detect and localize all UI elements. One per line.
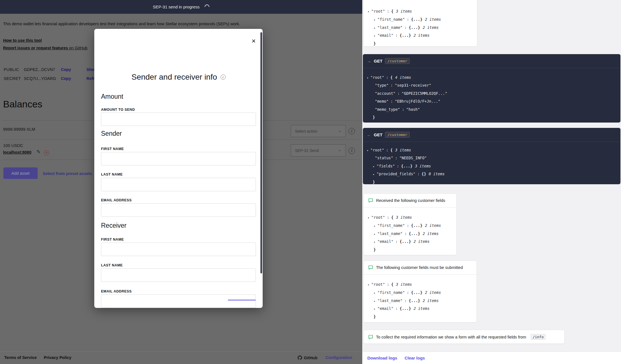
tree-caret-icon[interactable]: ▸ (374, 307, 375, 310)
tree-caret-icon[interactable]: ▸ (374, 18, 375, 21)
log-card-json-partial: ▾"root":{3 items ▸"first_name":{...}2 it… (363, 0, 477, 47)
clear-logs-link[interactable]: Clear logs (405, 356, 425, 360)
log-card-message: The following customer fields must be su… (363, 261, 477, 322)
amount-to-send-input[interactable] (101, 112, 256, 126)
chevron-down-icon: ⌄ (338, 128, 342, 133)
json-tree-row: "memo_type":"hash" (367, 106, 617, 114)
github-icon (297, 355, 302, 360)
sender-receiver-modal: ✕ Sender and receiver infoi Amount AMOUN… (94, 29, 263, 308)
tree-caret-icon[interactable]: ▾ (367, 149, 368, 152)
sender-first-name-input[interactable] (101, 152, 256, 165)
how-to-use-link[interactable]: How to use this tool (3, 38, 42, 43)
sender-last-name-input[interactable] (101, 178, 256, 191)
tree-caret-icon[interactable]: ▸ (374, 224, 375, 227)
receiver-last-name-input[interactable] (101, 268, 256, 282)
xlm-action-select[interactable]: Select action ⌄ (291, 125, 346, 137)
json-tree-row: "status":"NEEDS_INFO" (367, 154, 617, 162)
request-method: GET (374, 59, 382, 63)
privacy-policy-link[interactable]: Privacy Policy (44, 355, 71, 360)
json-tree-row: ▸"last_name":{...}2 items (368, 230, 452, 238)
copy-public-key-link[interactable]: Copy (61, 67, 71, 72)
balance-usdc-amount: 100 USDC (3, 143, 23, 148)
log-card-message: To collect the required information we s… (363, 330, 565, 344)
request-path-badge: /customer (385, 132, 410, 138)
json-tree: ▾"root":{3 items ▸"first_name":{...}2 it… (364, 0, 477, 52)
report-issues-link[interactable]: Report issues or request features (3, 46, 68, 50)
log-card-get-response: ← GET /customer ▾"root":{3 items "status… (363, 128, 620, 184)
json-tree-row: } (368, 246, 452, 254)
usdc-home-domain-link[interactable]: localhost:8080 (3, 150, 31, 155)
add-asset-button[interactable]: Add asset (3, 167, 38, 179)
sender-section-heading: Sender (101, 130, 122, 137)
json-tree-row: ▾"root":{3 items (368, 8, 473, 16)
tree-caret-icon[interactable]: ▾ (368, 283, 369, 286)
copy-secret-key-link[interactable]: Copy (61, 76, 71, 81)
message-header: To collect the required information we s… (364, 330, 564, 344)
terms-of-service-link[interactable]: Terms of Service (4, 355, 37, 360)
tree-caret-icon[interactable]: ▾ (368, 216, 369, 219)
json-tree-row: ▾"root":{3 items (367, 146, 617, 154)
json-tree-row: "account":"GDPEZIC5MMLO2QF..." (367, 90, 617, 98)
configuration-link[interactable]: Configuration (326, 355, 352, 360)
progress-toast: SEP-31 send in progress (0, 0, 362, 14)
report-issues-suffix: on GitHub (68, 46, 87, 50)
modal-info-icon[interactable]: i (221, 75, 226, 80)
receiver-email-input[interactable] (101, 294, 256, 308)
json-tree-row: ▸"email":{...}2 items (368, 305, 473, 313)
request-method: GET (374, 132, 382, 137)
chat-bubble-icon (368, 265, 373, 270)
public-key-label: PUBLIC (4, 67, 23, 72)
usdc-action-select-value: SEP-31 Send (295, 148, 338, 153)
tree-caret-icon[interactable]: ▸ (374, 291, 375, 294)
json-tree-row: "type":"sep31-receiver" (367, 82, 617, 89)
json-tree-row: ▸"first_name":{...}2 items (368, 222, 452, 230)
log-card-message: Received the following customer fields ▾… (363, 193, 457, 255)
preset-assets-link[interactable]: Select from preset assets (43, 171, 92, 176)
tree-caret-icon[interactable]: ▸ (374, 26, 375, 29)
json-tree-row: ▸"email":{...}2 items (368, 32, 473, 40)
amount-section-heading: Amount (101, 93, 123, 100)
tree-caret-icon[interactable]: ▾ (368, 10, 369, 13)
json-tree-row: ▸"first_name":{...}2 items (368, 16, 473, 24)
tree-caret-icon[interactable]: ▸ (374, 240, 375, 243)
close-icon[interactable]: ✕ (251, 38, 256, 44)
receiver-last-name-label: LAST NAME (101, 263, 123, 267)
secret-key-label: SECRET (4, 76, 23, 81)
clipped-field-underline (228, 300, 256, 300)
tree-caret-icon[interactable]: ▸ (374, 34, 375, 37)
receiver-first-name-input[interactable] (101, 243, 256, 256)
usdc-action-select[interactable]: SEP-31 Send ⌄ (291, 144, 346, 156)
json-tree-row: } (368, 40, 473, 48)
tree-caret-icon[interactable]: ▾ (367, 76, 368, 79)
json-tree-row: ▸"email":{...}2 items (368, 238, 452, 246)
json-tree-row: ▸"last_name":{...}2 items (368, 24, 473, 32)
sender-first-name-label: FIRST NAME (101, 147, 124, 151)
edit-asset-icon[interactable]: ✎ (36, 149, 40, 155)
json-tree: ▾"root":{3 items ▸"first_name":{...}2 it… (364, 207, 456, 257)
tree-caret-icon[interactable]: ▸ (373, 173, 375, 176)
loading-spinner-icon (204, 3, 210, 10)
tree-caret-icon[interactable]: ▸ (373, 165, 375, 168)
json-tree-row: ▸"provided_fields":{}0 items (367, 170, 617, 178)
json-tree-row: } (367, 178, 617, 186)
json-tree-row: ▸"first_name":{...}2 items (368, 289, 473, 297)
logs-footer: Download logs Clear logs (362, 351, 621, 364)
sender-email-input[interactable] (101, 203, 256, 217)
modal-scrollbar[interactable] (260, 32, 262, 273)
message-text: To collect the required information we s… (376, 335, 526, 339)
log-card-get-request: → GET /customer ▾"root":{4 items "type":… (363, 54, 620, 123)
download-logs-link[interactable]: Download logs (367, 356, 397, 360)
github-link[interactable]: GitHub (297, 355, 317, 360)
tree-caret-icon[interactable]: ▸ (374, 232, 375, 236)
request-header: → GET /customer (363, 54, 620, 68)
xlm-info-icon[interactable]: i (349, 128, 355, 134)
modal-title: Sender and receiver infoi (94, 73, 263, 82)
chat-bubble-icon (368, 198, 373, 203)
json-tree-row: ▾"root":{4 items (367, 74, 617, 82)
chat-bubble-icon (368, 335, 373, 340)
tree-caret-icon[interactable]: ▸ (374, 300, 375, 303)
remove-asset-icon[interactable]: ✕ (44, 150, 49, 156)
receiver-email-label: EMAIL ADDRESS (101, 289, 132, 293)
usdc-info-icon[interactable]: i (349, 148, 355, 154)
message-header: Received the following customer fields (364, 194, 456, 207)
